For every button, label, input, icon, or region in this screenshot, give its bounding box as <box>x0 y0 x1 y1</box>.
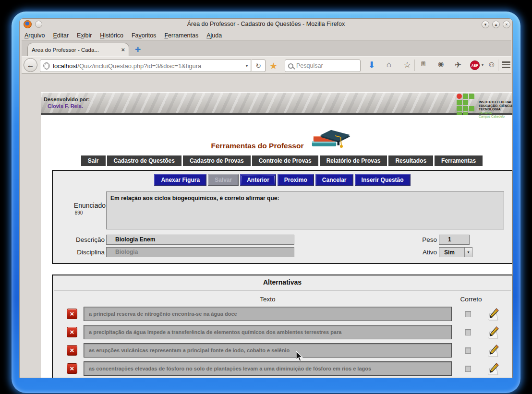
form-toolbar-button[interactable]: Cancelar <box>315 174 353 186</box>
menu-item[interactable]: Arquivo <box>24 32 45 39</box>
tab-area-do-professor[interactable]: Area do Professor - Cada... × <box>27 43 129 56</box>
menu-item[interactable]: Favoritos <box>132 32 156 39</box>
form-toolbar-button[interactable]: Anterior <box>240 174 276 186</box>
alternative-text-input[interactable]: as concentrações elevadas de fósforo no … <box>84 361 452 376</box>
edit-pencil-icon[interactable] <box>488 362 500 375</box>
nav-button[interactable]: Relatório de Provas <box>320 155 387 166</box>
back-button[interactable]: ← <box>24 58 37 72</box>
nav-button[interactable]: Sair <box>81 155 106 166</box>
ativo-select[interactable]: Sim ▼ <box>439 247 472 257</box>
descricao-input[interactable]: Biologia Enem <box>106 235 294 245</box>
nav-button[interactable]: Controle de Provas <box>252 155 318 166</box>
alternative-text-input[interactable]: a principal reserva de nitrogênio encont… <box>84 307 452 321</box>
nav-button[interactable]: Resultados <box>388 155 433 166</box>
reload-button[interactable]: ↻ <box>251 60 266 72</box>
tab-close-icon[interactable]: × <box>121 46 125 53</box>
urlbar-dropdown-icon[interactable]: ▾ <box>246 64 248 68</box>
delete-alternative-icon[interactable] <box>67 327 77 337</box>
peso-input[interactable]: 1 <box>439 235 470 245</box>
page-content: Desenvolvido por: Clovis F. Reis. INSTIT… <box>41 92 513 378</box>
navigation-toolbar: ← localhost /Quiz/incluiQuestao.php?id=3… <box>22 56 511 74</box>
alternative-text-input[interactable]: a precipitação da água impede a transfer… <box>84 325 452 339</box>
pocket-icon[interactable]: ◉ <box>435 60 446 68</box>
correct-checkbox[interactable] <box>465 329 471 335</box>
menu-item[interactable]: Editar <box>53 32 69 39</box>
menu-hamburger-icon[interactable] <box>502 61 510 70</box>
form-toolbar-button[interactable]: Anexar Figura <box>154 174 206 186</box>
form-toolbar-button[interactable]: Proximo <box>278 174 314 186</box>
alternative-row: as concentrações elevadas de fósforo no … <box>53 359 512 378</box>
nav-button[interactable]: Cadastro de Questões <box>107 155 181 166</box>
column-header-texto: Texto <box>84 296 452 303</box>
menu-item[interactable]: Ferramentas <box>164 32 198 39</box>
window-title: Área do Professor - Cadastro de Questões… <box>20 21 512 27</box>
edit-pencil-icon[interactable] <box>488 344 500 357</box>
main-nav: Sair Cadastro de Questões Cadastro de Pr… <box>41 155 513 166</box>
reading-list-icon[interactable]: 🗏 <box>418 60 429 68</box>
form-toolbar-button[interactable]: Inserir Questão <box>355 174 411 186</box>
brand-row: Ferramentas do Professor <box>41 125 513 151</box>
edit-pencil-icon[interactable] <box>488 326 500 339</box>
nav-button[interactable]: Cadastro de Provas <box>183 155 251 166</box>
developed-by-label: Desenvolvido por: <box>44 96 90 102</box>
alternative-text-input[interactable]: as erupções vulcânicas representam a pri… <box>84 343 452 358</box>
bookmark-star-icon[interactable]: ★ <box>269 60 278 72</box>
developer-header-band: Desenvolvido por: Clovis F. Reis. INSTIT… <box>41 93 513 115</box>
instituto-federal-logo <box>457 94 478 115</box>
correct-checkbox[interactable] <box>465 366 471 372</box>
question-form-panel: Anexar Figura Salvar Anterior Proximo Ca… <box>52 170 513 264</box>
search-box[interactable]: Pesquisar <box>285 60 361 72</box>
adblock-plus-icon[interactable]: ABP <box>470 60 480 70</box>
send-tab-icon[interactable]: ✈ <box>453 60 463 70</box>
home-icon[interactable]: ⌂ <box>384 60 394 70</box>
delete-alternative-icon[interactable] <box>67 345 77 356</box>
search-icon <box>288 63 293 69</box>
url-bar[interactable]: localhost /Quiz/incluiQuestao.php?id=3&d… <box>40 60 251 72</box>
downloads-icon[interactable]: ⬇ <box>366 60 377 70</box>
alternative-row: a precipitação da água impede a transfer… <box>53 323 512 341</box>
correct-checkbox[interactable] <box>465 311 471 317</box>
correct-checkbox[interactable] <box>465 347 471 354</box>
ativo-dropdown-icon[interactable]: ▼ <box>464 248 472 257</box>
menubar: Arquivo Editar Exibir Histórico Favorito… <box>22 30 511 41</box>
form-toolbar: Anexar Figura Salvar Anterior Proximo Ca… <box>53 174 512 186</box>
delete-alternative-icon[interactable] <box>67 309 77 319</box>
alternative-row: a queima de vegetais e de combustíveis f… <box>53 378 512 378</box>
alternative-row: as erupções vulcânicas representam a pri… <box>53 341 512 359</box>
books-graduation-cap-logo <box>308 126 352 151</box>
enunciado-id: 890 <box>58 210 100 215</box>
alternativas-title: Alternativas <box>53 278 512 286</box>
descricao-label: Descrição <box>57 236 105 243</box>
search-placeholder: Pesquisar <box>296 62 323 69</box>
column-header-correto: Correto <box>454 296 488 303</box>
developer-link[interactable]: Clovis F. Reis. <box>48 103 83 109</box>
ativo-label: Ativo <box>415 249 437 256</box>
page-title: Ferramentas do Professor <box>211 142 304 151</box>
form-toolbar-button[interactable]: Salvar <box>208 174 239 186</box>
nav-button[interactable]: Ferramentas <box>435 155 483 166</box>
hello-smiley-icon[interactable]: ☺ <box>486 60 497 70</box>
peso-label: Peso <box>415 236 437 243</box>
window-close-button[interactable]: × <box>503 21 510 28</box>
adblock-dropdown-icon[interactable]: ▾ <box>482 63 484 67</box>
instituto-federal-text: INSTITUTO FEDERAL DE EDUCAÇÃO, CIÊNCIA E… <box>479 100 513 118</box>
window-maximize-button[interactable]: ▴ <box>492 21 500 28</box>
menu-item[interactable]: Histórico <box>100 32 123 39</box>
star-outline-icon[interactable]: ☆ <box>402 60 412 70</box>
menu-item[interactable]: Ajuda <box>206 32 222 39</box>
new-tab-button[interactable]: + <box>135 45 141 54</box>
alternative-row: a principal reserva de nitrogênio encont… <box>53 305 512 323</box>
url-path: /Quiz/incluiQuestao.php?id=3&disc=1&figu… <box>77 62 244 70</box>
url-host: localhost <box>53 62 77 70</box>
disciplina-label: Disciplina <box>57 249 105 256</box>
window-titlebar[interactable]: Área do Professor - Cadastro de Questões… <box>20 19 512 30</box>
delete-alternative-icon[interactable] <box>67 363 77 374</box>
site-globe-icon <box>43 62 50 69</box>
edit-pencil-icon[interactable] <box>488 308 500 321</box>
enunciado-textarea[interactable]: Em relação aos ciclos biogeoquímicos, é … <box>106 191 504 229</box>
alternativas-rows: a principal reserva de nitrogênio encont… <box>53 305 512 378</box>
ativo-selected-value: Sim <box>439 249 464 256</box>
window-shade-button[interactable]: ▾ <box>482 21 489 28</box>
menu-item[interactable]: Exibir <box>77 32 92 39</box>
alternativas-panel: Alternativas Texto Correto a principal r… <box>52 275 513 378</box>
